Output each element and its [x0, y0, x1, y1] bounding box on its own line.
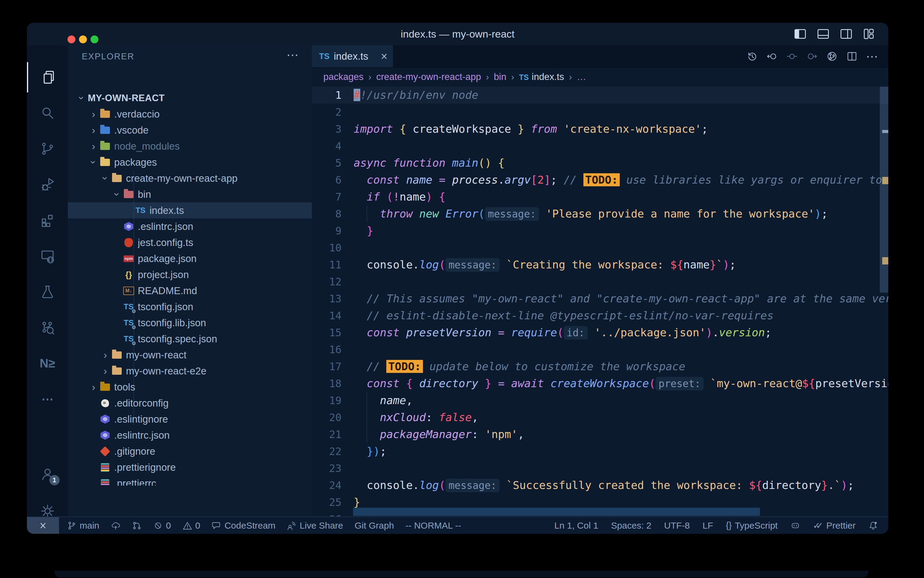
braces-icon: {} — [726, 520, 732, 531]
line-number: 20 — [312, 409, 341, 426]
tree-item-bin[interactable]: ›bin — [68, 186, 312, 202]
tree-item-tsconfig-lib-json[interactable]: TStsconfig.lib.json — [68, 315, 312, 331]
tree-item-readme-md[interactable]: M↓README.md — [68, 283, 312, 299]
circle-left-icon[interactable] — [786, 50, 798, 62]
nx-console-icon: N≥ — [40, 357, 55, 370]
horizontal-scrollbar[interactable] — [353, 508, 760, 516]
activity-item-extensions[interactable] — [27, 205, 68, 235]
prev-change-icon[interactable] — [766, 50, 778, 62]
token: ! — [393, 190, 400, 203]
tree-item--editorconfig[interactable]: .editorconfig — [68, 395, 312, 411]
activity-item-remote-explorer[interactable] — [27, 241, 68, 271]
status-sb-bell[interactable] — [868, 521, 878, 531]
status-lf[interactable]: LF — [703, 520, 713, 531]
tree-item-project-json[interactable]: {}project.json — [68, 266, 312, 283]
breadcrumb-item--[interactable]: … — [577, 71, 586, 83]
activity-item-explorer[interactable] — [27, 62, 69, 93]
tree-item-jest-config-ts[interactable]: jest.config.ts — [68, 234, 312, 250]
tree-item--verdaccio[interactable]: ›.verdaccio — [68, 106, 312, 122]
activity-item-accounts[interactable]: 1 — [27, 459, 68, 489]
tree-item--eslintignore[interactable]: .eslintignore — [68, 411, 312, 427]
tree-item--eslintrc-json[interactable]: .eslintrc.json — [68, 427, 312, 443]
status-live-share[interactable]: Live Share — [287, 520, 343, 531]
tree-item--vscode[interactable]: ›.vscode — [68, 122, 312, 138]
layout-sidebar-left-icon[interactable] — [793, 27, 807, 41]
token: , — [518, 428, 524, 440]
token: ( — [439, 258, 446, 271]
tree-item-my-own-react[interactable]: ›my-own-react — [68, 347, 312, 363]
tree-item-tools[interactable]: ›tools — [68, 379, 312, 395]
activity-item-test-beaker[interactable] — [27, 277, 68, 307]
token: { — [400, 123, 413, 135]
explorer-more-actions-button[interactable]: ⋯ — [286, 48, 298, 62]
status-sb-flow[interactable] — [132, 521, 142, 531]
status-label: LF — [703, 520, 713, 531]
breadcrumb-item-index-ts[interactable]: TSindex.ts — [519, 71, 564, 83]
sb-warning — [183, 521, 192, 531]
status-0[interactable]: 0 — [153, 520, 171, 531]
tab-index-ts[interactable]: TS index.ts × — [312, 45, 393, 67]
token: throw — [380, 208, 419, 220]
split-editor-icon[interactable] — [846, 50, 858, 62]
token: false — [439, 411, 472, 424]
status-label: CodeStream — [224, 520, 275, 531]
tree-item-package-json[interactable]: npmpackage.json — [68, 250, 312, 266]
line-number: 14 — [312, 307, 341, 324]
tree-item-packages[interactable]: ›packages — [68, 154, 312, 170]
activity-item-nx-console[interactable]: N≥ — [27, 348, 68, 378]
activity-item-more[interactable]: ⋯ — [27, 384, 68, 414]
status-prettier[interactable]: ✓✓Prettier — [813, 520, 856, 531]
code-line-6: 6 const name = process.argv[2]; // TODO:… — [312, 172, 888, 188]
tree-item--eslintrc-json[interactable]: .eslintrc.json — [68, 218, 312, 234]
layout-panel-icon[interactable] — [816, 27, 830, 41]
history-icon[interactable] — [746, 50, 758, 62]
status-label: main — [79, 520, 99, 531]
status-typescript[interactable]: {}TypeScript — [726, 520, 778, 531]
token: presetVersion — [815, 377, 888, 390]
close-tab-icon[interactable]: × — [379, 50, 390, 63]
code-editor[interactable]: 1#!/usr/bin/env node23import { createWor… — [312, 86, 888, 517]
circle-right-icon[interactable] — [806, 50, 818, 62]
tree-item-index-ts[interactable]: TSindex.ts — [68, 202, 312, 218]
status-ln-1-col-1[interactable]: Ln 1, Col 1 — [554, 520, 598, 531]
breadcrumb-item-packages[interactable]: packages — [323, 71, 364, 83]
status-0[interactable]: 0 — [183, 520, 201, 531]
tree-item-tsconfig-json[interactable]: TStsconfig.json — [68, 299, 312, 315]
layout-sidebar-right-icon[interactable] — [839, 27, 853, 41]
status--normal-[interactable]: -- NORMAL -- — [405, 520, 461, 531]
tree-item-node-modules[interactable]: ›node_modules — [68, 138, 312, 154]
status-utf-8[interactable]: UTF-8 — [664, 520, 690, 531]
layout-grid-icon[interactable] — [862, 27, 876, 41]
tree-item-tsconfig-spec-json[interactable]: TStsconfig.spec.json — [68, 331, 312, 347]
breadcrumb-item-create-my-own-react-app[interactable]: create-my-own-react-app — [376, 71, 481, 83]
status-main[interactable]: main — [67, 520, 99, 531]
status-sb-copilot[interactable] — [790, 521, 800, 531]
tree-item-create-my-own-react-app[interactable]: ›create-my-own-react-app — [68, 170, 312, 186]
chevron-right-icon: › — [99, 349, 112, 361]
vertical-scrollbar[interactable] — [880, 86, 888, 517]
tree-item--prettierignore[interactable]: .prettierignore — [68, 459, 312, 475]
activity-item-run-debug[interactable] — [27, 169, 68, 200]
line-number: 12 — [312, 273, 341, 290]
tree-item--prettierrc[interactable]: .prettierrc — [68, 475, 312, 485]
status-sb-cloud[interactable] — [111, 521, 120, 531]
inlay-hint: message: — [445, 258, 500, 272]
status-codestream[interactable]: CodeStream — [212, 520, 275, 531]
gitlens — [40, 320, 55, 335]
tree-item--gitignore[interactable]: .gitignore — [68, 443, 312, 459]
activity-item-gitlens[interactable] — [27, 312, 68, 343]
tree-item-label: .vscode — [114, 125, 149, 136]
tree-root-my-own-react[interactable]: ›MY-OWN-REACT — [68, 90, 312, 106]
remote-indicator[interactable] — [27, 517, 59, 534]
more-icon[interactable]: ⋯ — [866, 50, 878, 62]
activity-item-search[interactable] — [27, 98, 68, 128]
token — [432, 190, 439, 203]
git-circle-icon[interactable] — [826, 50, 838, 62]
breadcrumb-item-bin[interactable]: bin — [494, 71, 506, 83]
status-bar: main00CodeStreamLive ShareGit Graph-- NO… — [27, 516, 888, 534]
activity-item-source-control[interactable] — [27, 133, 68, 164]
token: . — [712, 326, 719, 339]
status-spaces-2[interactable]: Spaces: 2 — [611, 520, 651, 531]
tree-item-my-own-react-e2e[interactable]: ›my-own-react-e2e — [68, 363, 312, 379]
status-git-graph[interactable]: Git Graph — [354, 520, 394, 531]
